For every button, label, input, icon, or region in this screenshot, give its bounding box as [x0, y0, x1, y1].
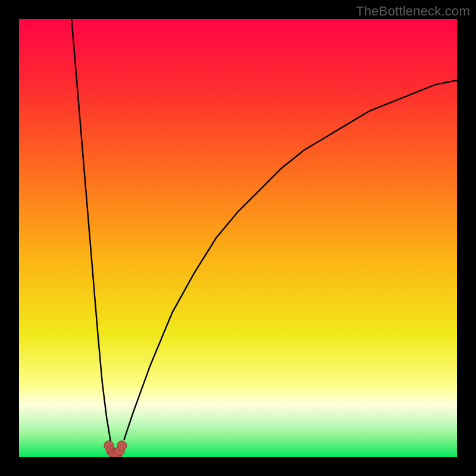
chart-frame: TheBottleneck.com [0, 0, 476, 476]
bottleneck-chart [19, 19, 457, 457]
valley-marker [117, 441, 127, 450]
watermark-text: TheBottleneck.com [356, 4, 470, 19]
plot-background [19, 19, 457, 457]
